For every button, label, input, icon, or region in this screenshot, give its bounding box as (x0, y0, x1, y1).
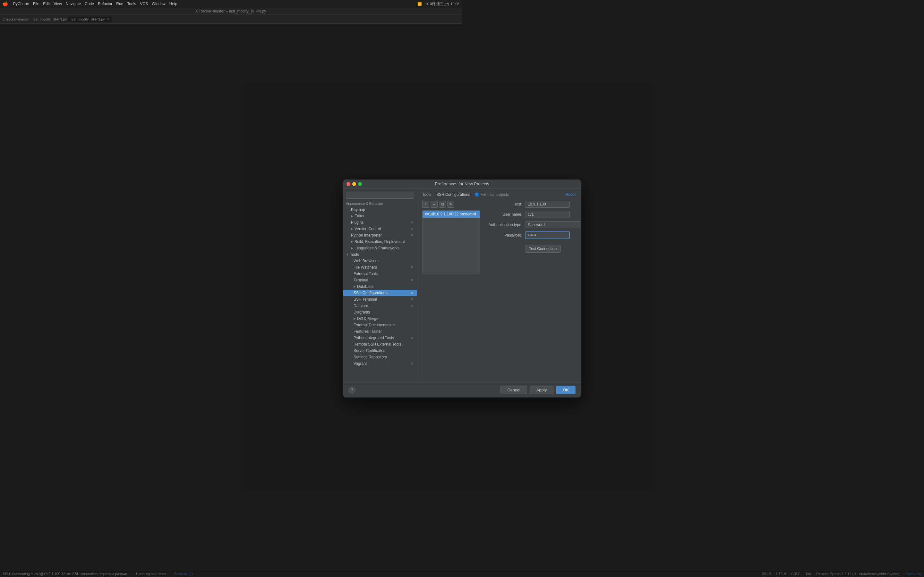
expand-icon: ▶ (351, 247, 353, 250)
nav-item-label: Build, Execution, Deployment (355, 239, 405, 244)
menu-bar-items: 🍎 PyCharm File Edit View Navigate Code R… (3, 1, 177, 6)
clock: 1/13日 週三上午10:08 (425, 2, 459, 6)
nav-search-input[interactable] (346, 192, 414, 199)
nav-item-label: Editor (355, 214, 365, 218)
modal-overlay: Preferences for New Projects Appearance … (0, 0, 462, 288)
nav-item-plugins[interactable]: Plugins ⚙ (343, 219, 417, 226)
nav-gear-icon: ⚙ (410, 266, 413, 269)
minimize-button[interactable] (352, 182, 356, 186)
ssh-panel-layout: + – ⧉ ✎ cv1@10.9.1.100:22 password (422, 201, 462, 278)
modal-title: Preferences for New Projects (435, 181, 462, 186)
nav-item-keymap[interactable]: Keymap (343, 206, 417, 213)
ssh-list-area: + – ⧉ ✎ cv1@10.9.1.100:22 password (422, 201, 462, 278)
nav-item-external-tools[interactable]: External Tools (343, 271, 417, 277)
modal-content: Appearance & Behavior Keymap ▶ Editor Pl… (343, 189, 462, 288)
nav-item-label: Terminal (354, 278, 368, 282)
expand-icon: ▶ (351, 240, 353, 243)
menu-navigate[interactable]: Navigate (66, 2, 81, 6)
nav-item-label: Tools (350, 252, 359, 257)
menu-bar-right: 📶 1/13日 週三上午10:08 (417, 0, 459, 8)
expand-icon: ▼ (346, 253, 349, 256)
nav-item-languages-frameworks[interactable]: ▶ Languages & Frameworks (343, 245, 417, 251)
nav-item-web-browsers[interactable]: Web Browsers (343, 258, 417, 264)
menu-tools[interactable]: Tools (127, 2, 136, 6)
breadcrumb-left: Tools › SSH Configurations 🔵 For new pro… (422, 192, 462, 197)
nav-item-label: Languages & Frameworks (355, 246, 399, 250)
apple-menu[interactable]: 🍎 (3, 1, 8, 6)
edit-config-button[interactable]: ✎ (447, 201, 454, 208)
menu-window[interactable]: Window (152, 2, 166, 6)
menu-bar: 🍎 PyCharm File Edit View Navigate Code R… (0, 0, 462, 8)
menu-help[interactable]: Help (170, 2, 178, 6)
nav-item-label: Keymap (351, 207, 365, 212)
ssh-toolbar: + – ⧉ ✎ (422, 201, 462, 208)
menu-code[interactable]: Code (85, 2, 94, 6)
remove-config-button[interactable]: – (431, 201, 438, 208)
nav-item-label: External Tools (354, 271, 378, 276)
close-button[interactable] (347, 182, 351, 186)
nav-gear-icon: ⚙ (410, 221, 413, 224)
expand-icon: ▶ (354, 285, 356, 288)
menu-refactor[interactable]: Refactor (98, 2, 112, 6)
nav-item-label: Python Interpreter (351, 233, 382, 237)
panel-breadcrumb: Tools › SSH Configurations 🔵 For new pro… (422, 192, 462, 197)
menu-vcs[interactable]: VCS (140, 2, 148, 6)
expand-icon: ▶ (351, 214, 353, 218)
ssh-config-item[interactable]: cv1@10.9.1.100:22 password (423, 211, 462, 218)
nav-item-build-execution[interactable]: ▶ Build, Execution, Deployment (343, 239, 417, 245)
nav-gear-icon: ⚙ (410, 227, 413, 230)
menu-run[interactable]: Run (116, 2, 123, 6)
modal-title-bar: Preferences for New Projects (343, 179, 462, 189)
nav-item-label: Plugins (351, 220, 363, 225)
breadcrumb-sep: › (433, 192, 435, 197)
nav-item-terminal[interactable]: Terminal ⚙ (343, 277, 417, 284)
expand-icon: ▶ (351, 227, 353, 230)
nav-item-version-control[interactable]: ▶ Version Control ⚙ (343, 226, 417, 232)
ssh-config-list[interactable]: cv1@10.9.1.100:22 password (422, 210, 462, 274)
nav-item-editor[interactable]: ▶ Editor (343, 213, 417, 219)
traffic-lights (347, 182, 362, 186)
copy-config-button[interactable]: ⧉ (439, 201, 446, 208)
nav-item-tools[interactable]: ▼ Tools (343, 251, 417, 258)
add-config-button[interactable]: + (422, 201, 429, 208)
breadcrumb-tools: Tools (422, 192, 431, 197)
menu-view[interactable]: View (53, 2, 62, 6)
modal-nav: Appearance & Behavior Keymap ▶ Editor Pl… (343, 189, 417, 288)
nav-item-database[interactable]: ▶ Database (343, 284, 417, 288)
menu-edit[interactable]: Edit (43, 2, 50, 6)
nav-item-python-interpreter[interactable]: Python Interpreter ⚙ (343, 232, 417, 239)
nav-gear-icon: ⚙ (410, 234, 413, 237)
modal-right-panel: Tools › SSH Configurations 🔵 For new pro… (417, 189, 462, 288)
nav-item-appearance[interactable]: Appearance & Behavior (343, 201, 417, 206)
nav-search-container (343, 190, 417, 201)
nav-item-label: Appearance & Behavior (346, 201, 383, 205)
wifi-icon: 📶 (417, 2, 422, 6)
nav-item-label: File Watchers (354, 265, 377, 269)
nav-item-label: Web Browsers (354, 259, 379, 263)
menu-pycharm[interactable]: PyCharm (13, 2, 29, 6)
nav-gear-icon: ⚙ (410, 279, 413, 282)
maximize-button[interactable] (358, 182, 362, 186)
nav-item-label: Database (357, 284, 373, 288)
nav-item-label: Version Control (355, 227, 381, 231)
breadcrumb-current: SSH Configurations (436, 192, 462, 197)
menu-file[interactable]: File (33, 2, 39, 6)
preferences-dialog: Preferences for New Projects Appearance … (343, 179, 462, 288)
nav-item-file-watchers[interactable]: File Watchers ⚙ (343, 264, 417, 271)
